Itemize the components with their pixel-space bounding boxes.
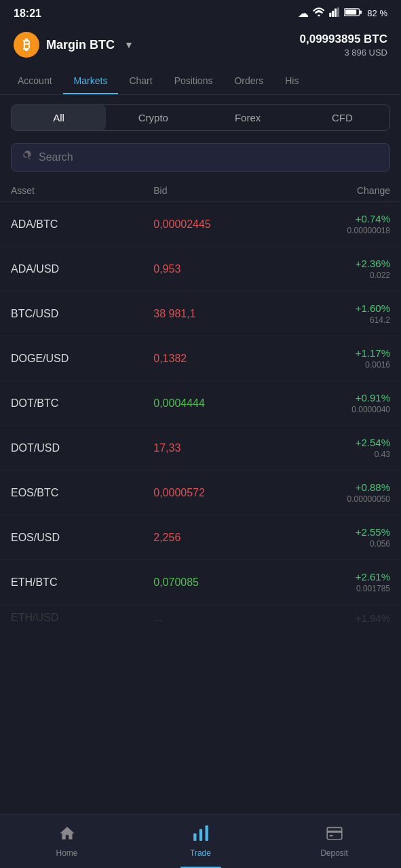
filter-section: All Crypto Forex CFD [0, 95, 401, 138]
change-col: +0.74% 0.00000018 [282, 213, 390, 235]
account-dropdown-arrow[interactable]: ▼ [124, 39, 134, 50]
asset-name: DOT/BTC [11, 397, 140, 410]
change-abs: 0.001785 [282, 584, 390, 593]
nav-deposit-label: Deposit [320, 848, 348, 858]
col-header-asset: Asset [11, 185, 140, 196]
svg-rect-11 [327, 831, 342, 833]
bid-value: 0,0004444 [140, 397, 282, 410]
bid-value: 38 981,1 [140, 308, 282, 320]
change-abs: 0.00000050 [282, 494, 390, 504]
table-row[interactable]: ADA/BTC 0,00002445 +0.74% 0.00000018 [0, 202, 401, 247]
wifi-icon [313, 7, 325, 19]
change-pct: +1.60% [282, 302, 390, 314]
svg-rect-5 [360, 10, 362, 14]
filter-cfd[interactable]: CFD [295, 105, 389, 130]
change-col: +0.88% 0.00000050 [282, 481, 390, 504]
table-row[interactable]: DOT/USD 17,33 +2.54% 0.43 [0, 426, 401, 471]
nav-trade-label: Trade [190, 848, 211, 858]
bid-value: 17,33 [140, 442, 282, 454]
change-pct: +0.74% [282, 213, 390, 224]
table-row[interactable]: ETH/BTC 0,070085 +2.61% 0.001785 [0, 560, 401, 605]
bid-value: 0,070085 [140, 576, 282, 589]
nav-trade[interactable]: Trade [134, 814, 267, 868]
change-col: +2.54% 0.43 [282, 437, 390, 459]
change-abs: 0.0000040 [282, 405, 390, 414]
table-row[interactable]: BTC/USD 38 981,1 +1.60% 614.2 [0, 292, 401, 336]
table-row[interactable]: EOS/BTC 0,0000572 +0.88% 0.00000050 [0, 471, 401, 515]
balance-btc: 0,09993895 BTC [300, 33, 387, 46]
account-name: Margin BTC [46, 38, 115, 52]
tab-account[interactable]: Account [7, 67, 63, 94]
svg-rect-10 [327, 827, 342, 839]
tab-history[interactable]: His [274, 67, 309, 94]
tab-chart[interactable]: Chart [118, 67, 163, 94]
asset-name: ETH/BTC [11, 576, 140, 589]
filter-crypto[interactable]: Crypto [106, 105, 200, 130]
change-pct: +2.61% [282, 571, 390, 583]
bid-value: 0,0000572 [140, 487, 282, 499]
change-col: +1.17% 0.0016 [282, 347, 390, 370]
nav-home-label: Home [56, 848, 77, 858]
svg-rect-1 [332, 11, 334, 17]
change-col: +0.91% 0.0000040 [282, 392, 390, 414]
col-header-change: Change [282, 185, 390, 196]
asset-name: ADA/USD [11, 263, 140, 275]
home-icon [58, 825, 76, 845]
change-pct: +2.55% [282, 526, 390, 538]
table-row[interactable]: EOS/USD 2,256 +2.55% 0.056 [0, 515, 401, 560]
trade-icon [192, 825, 210, 845]
change-pct: +2.36% [282, 258, 390, 269]
search-box [11, 143, 390, 172]
svg-rect-9 [205, 825, 208, 841]
tab-markets[interactable]: Markets [63, 67, 119, 94]
battery-pct: 82 % [367, 8, 387, 18]
change-abs: 614.2 [282, 315, 390, 325]
col-header-bid: Bid [140, 185, 282, 196]
change-col: +1.60% 614.2 [282, 302, 390, 325]
change-pct: +2.54% [282, 437, 390, 448]
change-abs: 0.0016 [282, 360, 390, 370]
table-row[interactable]: DOT/BTC 0,0004444 +0.91% 0.0000040 [0, 381, 401, 426]
asset-name: EOS/USD [11, 532, 140, 544]
asset-name: EOS/BTC [11, 487, 140, 499]
search-input[interactable] [39, 151, 380, 163]
btc-logo: ₿ [14, 32, 39, 58]
table-row[interactable]: DOGE/USD 0,1382 +1.17% 0.0016 [0, 336, 401, 381]
filter-all[interactable]: All [12, 105, 106, 130]
deposit-icon [326, 825, 343, 845]
bid-value: 0,00002445 [140, 218, 282, 231]
change-abs: 0.022 [282, 271, 390, 280]
asset-name: ADA/BTC [11, 218, 140, 231]
svg-rect-7 [193, 833, 196, 841]
table-row[interactable]: ADA/USD 0,953 +2.36% 0.022 [0, 247, 401, 292]
change-abs: 0.056 [282, 539, 390, 549]
signal-icon [329, 7, 340, 19]
bid-value: 0,1382 [140, 353, 282, 365]
svg-rect-2 [335, 9, 337, 17]
filter-forex[interactable]: Forex [201, 105, 295, 130]
svg-rect-6 [345, 10, 356, 15]
status-time: 18:21 [14, 7, 41, 20]
change-pct: +1.17% [282, 347, 390, 359]
asset-name: DOGE/USD [11, 353, 140, 365]
account-info[interactable]: ₿ Margin BTC ▼ [14, 32, 134, 58]
table-row-partial[interactable]: ETH/USD ... +1.94% [0, 605, 401, 628]
svg-rect-12 [329, 835, 332, 836]
svg-rect-0 [330, 13, 332, 17]
change-col-partial: +1.94% [282, 612, 390, 624]
bid-value: 0,953 [140, 263, 282, 275]
asset-name: DOT/USD [11, 442, 140, 454]
asset-name: BTC/USD [11, 308, 140, 320]
nav-deposit[interactable]: Deposit [267, 814, 401, 868]
battery-icon [344, 7, 362, 19]
svg-rect-3 [337, 7, 339, 17]
change-col: +2.61% 0.001785 [282, 571, 390, 593]
change-col: +2.36% 0.022 [282, 258, 390, 280]
tab-positions[interactable]: Positions [164, 67, 224, 94]
change-abs: 0.00000018 [282, 226, 390, 235]
markets-list: ADA/BTC 0,00002445 +0.74% 0.00000018 ADA… [0, 202, 401, 628]
change-abs: 0.43 [282, 450, 390, 459]
nav-home[interactable]: Home [0, 814, 134, 868]
tab-orders[interactable]: Orders [223, 67, 274, 94]
change-pct: +0.91% [282, 392, 390, 403]
